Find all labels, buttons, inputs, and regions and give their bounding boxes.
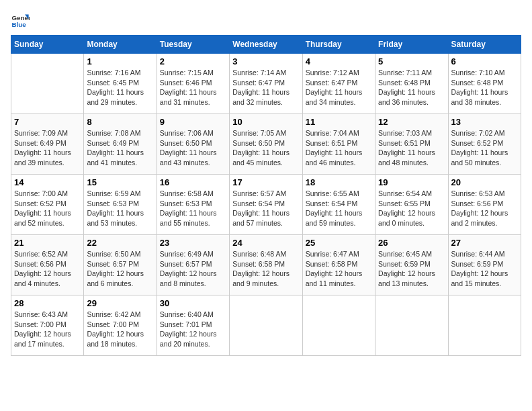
day-info: Sunrise: 6:58 AM Sunset: 6:53 PM Dayligh… [160, 189, 226, 228]
day-number: 10 [232, 117, 299, 127]
calendar-week-4: 21Sunrise: 6:52 AM Sunset: 6:56 PM Dayli… [11, 235, 521, 295]
day-number: 9 [160, 117, 226, 127]
day-info: Sunrise: 7:10 AM Sunset: 6:48 PM Dayligh… [451, 68, 518, 107]
calendar-cell: 24Sunrise: 6:48 AM Sunset: 6:58 PM Dayli… [230, 235, 302, 295]
calendar-cell: 20Sunrise: 6:53 AM Sunset: 6:56 PM Dayli… [448, 175, 521, 235]
calendar-cell [11, 54, 84, 114]
day-info: Sunrise: 6:49 AM Sunset: 6:57 PM Dayligh… [160, 249, 226, 289]
col-header-wednesday: Wednesday [230, 36, 302, 54]
day-info: Sunrise: 7:02 AM Sunset: 6:52 PM Dayligh… [451, 128, 518, 168]
calendar-cell [230, 295, 302, 356]
day-info: Sunrise: 6:50 AM Sunset: 6:57 PM Dayligh… [87, 249, 153, 289]
day-number: 13 [451, 117, 518, 127]
calendar-cell: 2Sunrise: 7:15 AM Sunset: 6:46 PM Daylig… [157, 54, 229, 114]
day-info: Sunrise: 7:05 AM Sunset: 6:50 PM Dayligh… [232, 128, 299, 168]
day-number: 24 [232, 238, 299, 248]
calendar-cell [302, 295, 375, 356]
calendar-week-1: 1Sunrise: 7:16 AM Sunset: 6:45 PM Daylig… [11, 54, 521, 114]
calendar-cell: 5Sunrise: 7:11 AM Sunset: 6:48 PM Daylig… [375, 54, 448, 114]
day-info: Sunrise: 7:03 AM Sunset: 6:51 PM Dayligh… [378, 128, 445, 168]
calendar-cell: 18Sunrise: 6:55 AM Sunset: 6:54 PM Dayli… [302, 175, 375, 235]
day-number: 25 [306, 238, 372, 248]
calendar-cell: 25Sunrise: 6:47 AM Sunset: 6:58 PM Dayli… [302, 235, 375, 295]
calendar-cell [448, 295, 521, 356]
day-number: 27 [451, 238, 518, 248]
day-number: 6 [451, 56, 518, 66]
calendar-week-3: 14Sunrise: 7:00 AM Sunset: 6:52 PM Dayli… [11, 175, 521, 235]
day-info: Sunrise: 6:54 AM Sunset: 6:55 PM Dayligh… [378, 189, 445, 228]
day-number: 11 [306, 117, 372, 127]
day-number: 21 [14, 238, 81, 248]
calendar-cell: 12Sunrise: 7:03 AM Sunset: 6:51 PM Dayli… [375, 114, 448, 175]
day-number: 17 [232, 177, 299, 187]
day-number: 28 [14, 298, 81, 308]
day-info: Sunrise: 6:53 AM Sunset: 6:56 PM Dayligh… [451, 189, 518, 228]
col-header-friday: Friday [375, 36, 448, 54]
calendar-cell: 13Sunrise: 7:02 AM Sunset: 6:52 PM Dayli… [448, 114, 521, 175]
calendar-cell: 8Sunrise: 7:08 AM Sunset: 6:49 PM Daylig… [84, 114, 157, 175]
day-info: Sunrise: 7:14 AM Sunset: 6:47 PM Dayligh… [232, 68, 299, 107]
day-info: Sunrise: 7:16 AM Sunset: 6:45 PM Dayligh… [87, 68, 153, 107]
day-number: 15 [87, 177, 153, 187]
calendar-cell: 6Sunrise: 7:10 AM Sunset: 6:48 PM Daylig… [448, 54, 521, 114]
day-info: Sunrise: 6:48 AM Sunset: 6:58 PM Dayligh… [232, 249, 299, 289]
day-info: Sunrise: 7:04 AM Sunset: 6:51 PM Dayligh… [306, 128, 372, 168]
col-header-tuesday: Tuesday [157, 36, 229, 54]
logo: General Blue [11, 11, 32, 30]
col-header-sunday: Sunday [11, 36, 84, 54]
day-info: Sunrise: 6:59 AM Sunset: 6:53 PM Dayligh… [87, 189, 153, 228]
calendar-cell: 9Sunrise: 7:06 AM Sunset: 6:50 PM Daylig… [157, 114, 229, 175]
calendar-cell: 28Sunrise: 6:43 AM Sunset: 7:00 PM Dayli… [11, 295, 84, 356]
calendar-cell: 19Sunrise: 6:54 AM Sunset: 6:55 PM Dayli… [375, 175, 448, 235]
logo-icon: General Blue [11, 11, 30, 30]
calendar-cell: 23Sunrise: 6:49 AM Sunset: 6:57 PM Dayli… [157, 235, 229, 295]
calendar-cell: 4Sunrise: 7:12 AM Sunset: 6:47 PM Daylig… [302, 54, 375, 114]
col-header-thursday: Thursday [302, 36, 375, 54]
day-number: 16 [160, 177, 226, 187]
day-info: Sunrise: 6:52 AM Sunset: 6:56 PM Dayligh… [14, 249, 81, 289]
day-number: 18 [306, 177, 372, 187]
calendar-cell: 14Sunrise: 7:00 AM Sunset: 6:52 PM Dayli… [11, 175, 84, 235]
day-number: 19 [378, 177, 445, 187]
day-info: Sunrise: 6:44 AM Sunset: 6:59 PM Dayligh… [451, 249, 518, 289]
calendar-cell: 26Sunrise: 6:45 AM Sunset: 6:59 PM Dayli… [375, 235, 448, 295]
day-info: Sunrise: 7:08 AM Sunset: 6:49 PM Dayligh… [87, 128, 153, 168]
day-info: Sunrise: 6:45 AM Sunset: 6:59 PM Dayligh… [378, 249, 445, 289]
calendar-cell: 22Sunrise: 6:50 AM Sunset: 6:57 PM Dayli… [84, 235, 157, 295]
day-number: 12 [378, 117, 445, 127]
day-number: 4 [306, 56, 372, 66]
calendar-cell: 15Sunrise: 6:59 AM Sunset: 6:53 PM Dayli… [84, 175, 157, 235]
day-info: Sunrise: 6:55 AM Sunset: 6:54 PM Dayligh… [306, 189, 372, 228]
calendar-week-2: 7Sunrise: 7:09 AM Sunset: 6:49 PM Daylig… [11, 114, 521, 175]
day-number: 26 [378, 238, 445, 248]
day-info: Sunrise: 7:11 AM Sunset: 6:48 PM Dayligh… [378, 68, 445, 107]
day-info: Sunrise: 7:09 AM Sunset: 6:49 PM Dayligh… [14, 128, 81, 168]
calendar-cell: 1Sunrise: 7:16 AM Sunset: 6:45 PM Daylig… [84, 54, 157, 114]
day-info: Sunrise: 7:15 AM Sunset: 6:46 PM Dayligh… [160, 68, 226, 107]
calendar-cell: 16Sunrise: 6:58 AM Sunset: 6:53 PM Dayli… [157, 175, 229, 235]
calendar-table: SundayMondayTuesdayWednesdayThursdayFrid… [11, 35, 521, 356]
calendar-cell: 17Sunrise: 6:57 AM Sunset: 6:54 PM Dayli… [230, 175, 302, 235]
day-info: Sunrise: 7:12 AM Sunset: 6:47 PM Dayligh… [306, 68, 372, 107]
day-number: 20 [451, 177, 518, 187]
col-header-monday: Monday [84, 36, 157, 54]
day-number: 8 [87, 117, 153, 127]
day-number: 7 [14, 117, 81, 127]
day-info: Sunrise: 6:40 AM Sunset: 7:01 PM Dayligh… [160, 310, 226, 349]
col-header-saturday: Saturday [448, 36, 521, 54]
calendar-cell: 11Sunrise: 7:04 AM Sunset: 6:51 PM Dayli… [302, 114, 375, 175]
day-number: 14 [14, 177, 81, 187]
calendar-cell: 3Sunrise: 7:14 AM Sunset: 6:47 PM Daylig… [230, 54, 302, 114]
calendar-cell: 7Sunrise: 7:09 AM Sunset: 6:49 PM Daylig… [11, 114, 84, 175]
calendar-cell: 30Sunrise: 6:40 AM Sunset: 7:01 PM Dayli… [157, 295, 229, 356]
calendar-week-5: 28Sunrise: 6:43 AM Sunset: 7:00 PM Dayli… [11, 295, 521, 356]
day-number: 29 [87, 298, 153, 308]
calendar-cell [375, 295, 448, 356]
day-number: 2 [160, 56, 226, 66]
day-number: 22 [87, 238, 153, 248]
day-number: 5 [378, 56, 445, 66]
calendar-cell: 29Sunrise: 6:42 AM Sunset: 7:00 PM Dayli… [84, 295, 157, 356]
day-number: 30 [160, 298, 226, 308]
day-info: Sunrise: 7:06 AM Sunset: 6:50 PM Dayligh… [160, 128, 226, 168]
calendar-cell: 10Sunrise: 7:05 AM Sunset: 6:50 PM Dayli… [230, 114, 302, 175]
